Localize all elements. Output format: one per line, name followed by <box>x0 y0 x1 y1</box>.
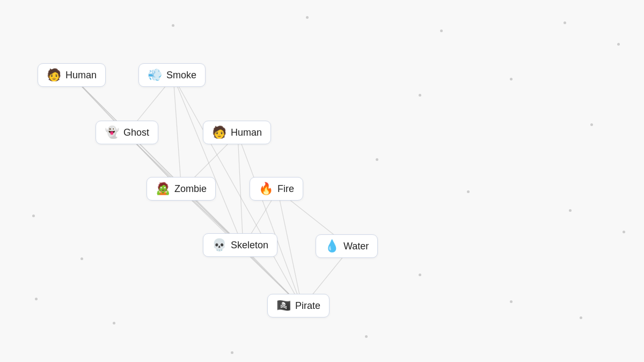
element-emoji: 🔥 <box>259 183 273 195</box>
decorative-dot <box>172 24 174 27</box>
element-label: Smoke <box>166 70 196 81</box>
element-emoji: 👻 <box>105 127 119 138</box>
element-node-human1[interactable]: 🧑Human <box>38 63 106 87</box>
decorative-dot <box>617 43 620 46</box>
decorative-dot <box>365 335 368 338</box>
connection-line <box>72 77 243 247</box>
element-emoji: 🧑 <box>47 69 61 81</box>
decorative-dot <box>80 257 83 260</box>
element-node-skeleton[interactable]: 💀Skeleton <box>203 233 277 257</box>
element-emoji: 💨 <box>148 69 162 81</box>
element-label: Zombie <box>174 183 207 195</box>
element-node-smoke[interactable]: 💨Smoke <box>138 63 206 87</box>
element-node-pirate[interactable]: 🏴‍☠️Pirate <box>267 294 330 317</box>
connection-line <box>173 77 181 190</box>
decorative-dot <box>376 158 378 161</box>
decorative-dot <box>35 298 38 300</box>
decorative-dot <box>231 351 233 354</box>
element-label: Human <box>231 127 262 138</box>
decorative-dot <box>569 209 572 212</box>
decorative-dot <box>419 94 421 97</box>
decorative-dot <box>580 316 582 319</box>
element-label: Water <box>343 241 369 252</box>
element-emoji: 🏴‍☠️ <box>276 300 291 312</box>
element-label: Pirate <box>295 300 320 312</box>
element-node-ghost[interactable]: 👻Ghost <box>96 121 158 144</box>
connection-line <box>278 190 303 307</box>
element-emoji: 💧 <box>325 240 339 252</box>
element-label: Fire <box>277 183 294 195</box>
decorative-dot <box>510 300 513 303</box>
decorative-dot <box>32 215 35 217</box>
decorative-dot <box>306 16 309 19</box>
decorative-dot <box>590 123 593 126</box>
connection-line <box>127 134 303 307</box>
connection-line <box>238 134 302 307</box>
decorative-dot <box>510 78 513 80</box>
element-label: Human <box>65 70 97 81</box>
element-node-human2[interactable]: 🧑Human <box>203 121 271 144</box>
decorative-dot <box>564 21 566 24</box>
connection-line <box>238 134 243 247</box>
element-emoji: 💀 <box>212 239 226 251</box>
element-node-zombie[interactable]: 🧟Zombie <box>147 177 216 201</box>
element-label: Skeleton <box>231 240 268 251</box>
decorative-dot <box>419 274 421 276</box>
decorative-dot <box>623 231 625 233</box>
element-node-water[interactable]: 💧Water <box>316 234 378 258</box>
decorative-dot <box>440 29 443 32</box>
connection-line <box>173 77 243 247</box>
decorative-dot <box>467 190 470 193</box>
element-node-fire[interactable]: 🔥Fire <box>250 177 303 201</box>
element-emoji: 🧟 <box>156 183 170 195</box>
element-label: Ghost <box>123 127 149 138</box>
decorative-dot <box>113 322 115 324</box>
element-emoji: 🧑 <box>212 127 226 138</box>
